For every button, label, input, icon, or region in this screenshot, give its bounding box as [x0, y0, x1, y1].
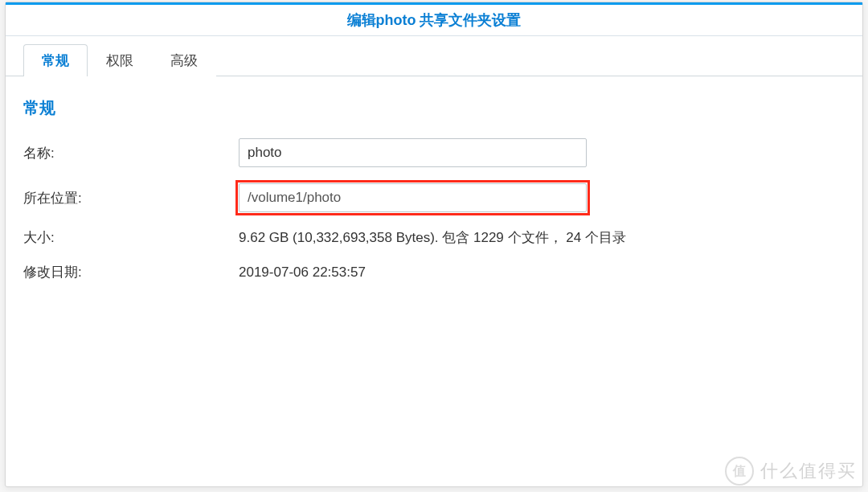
dialog-title: 编辑photo 共享文件夹设置	[347, 10, 522, 30]
tab-advanced-label: 高级	[170, 51, 198, 70]
dialog-window: 编辑photo 共享文件夹设置 常规 权限 高级 常规 名称: 所在位置: 大小…	[5, 2, 863, 487]
tab-advanced[interactable]: 高级	[152, 44, 216, 76]
location-field-wrap	[239, 183, 587, 212]
tab-permissions[interactable]: 权限	[88, 44, 152, 76]
label-name: 名称:	[23, 144, 239, 162]
titlebar: 编辑photo 共享文件夹设置	[6, 2, 862, 36]
section-title-general: 常规	[23, 97, 845, 119]
row-size: 大小: 9.62 GB (10,332,693,358 Bytes). 包含 1…	[23, 228, 845, 247]
tab-bar: 常规 权限 高级	[6, 36, 862, 76]
row-name: 名称:	[23, 138, 845, 167]
tab-permissions-label: 权限	[106, 51, 133, 70]
value-modified: 2019-07-06 22:53:57	[239, 264, 366, 281]
value-size: 9.62 GB (10,332,693,358 Bytes). 包含 1229 …	[239, 228, 626, 247]
name-input[interactable]	[239, 138, 587, 167]
tab-general-label: 常规	[42, 51, 69, 70]
content-panel: 常规 名称: 所在位置: 大小: 9.62 GB (10,332,693,358…	[6, 76, 862, 486]
label-modified: 修改日期:	[23, 263, 239, 281]
tab-general[interactable]: 常规	[23, 44, 88, 76]
row-modified: 修改日期: 2019-07-06 22:53:57	[23, 263, 845, 281]
location-input[interactable]	[239, 183, 587, 212]
label-size: 大小:	[23, 228, 239, 247]
label-location: 所在位置:	[23, 189, 239, 207]
row-location: 所在位置:	[23, 183, 845, 212]
